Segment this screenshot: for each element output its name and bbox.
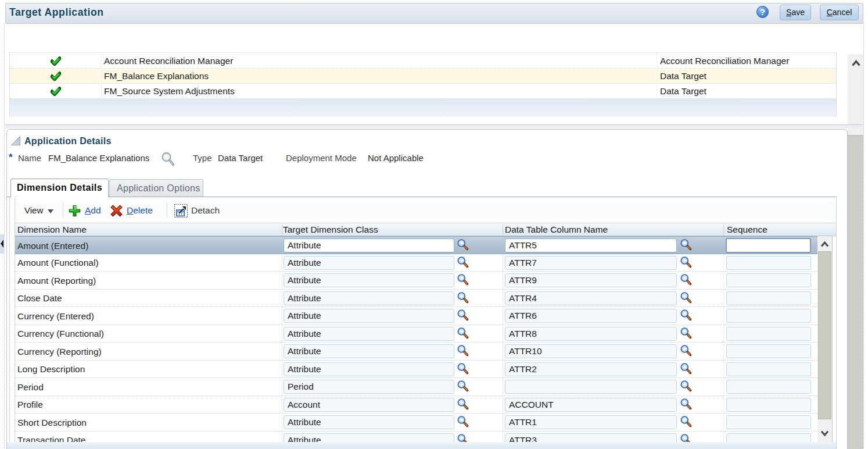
target-dimension-class-input[interactable]: Attribute xyxy=(284,309,454,323)
application-target: Data Target xyxy=(660,69,706,83)
status-check-icon xyxy=(51,87,61,96)
dimension-table-body: Amount (Entered) Attribute ATTR5 Amount … xyxy=(15,236,817,449)
sequence-input[interactable] xyxy=(726,256,811,270)
column-search-icon[interactable] xyxy=(680,238,694,252)
class-search-icon[interactable] xyxy=(457,362,471,376)
dimension-row[interactable]: Amount (Functional) Attribute ATTR7 xyxy=(15,254,817,272)
column-search-icon[interactable] xyxy=(680,398,694,412)
column-search-icon[interactable] xyxy=(680,380,694,394)
sequence-input[interactable] xyxy=(726,380,811,394)
sequence-input[interactable] xyxy=(726,415,811,429)
class-search-icon[interactable] xyxy=(457,415,471,429)
summary-grid-row[interactable]: FM_Balance Explanations Data Target xyxy=(10,69,836,84)
dimension-row[interactable]: Close Date Attribute ATTR4 xyxy=(15,290,817,307)
column-search-icon[interactable] xyxy=(680,344,694,358)
column-search-icon[interactable] xyxy=(680,362,694,376)
summary-grid-row[interactable]: Account Reconciliation Manager Account R… xyxy=(10,54,836,69)
data-table-column-name-input[interactable]: ATTR4 xyxy=(505,291,677,305)
target-dimension-class-input[interactable]: Account xyxy=(284,398,454,412)
cancel-button[interactable]: Cancel xyxy=(820,5,859,20)
target-dimension-class-input[interactable]: Attribute xyxy=(284,327,454,341)
dimension-row[interactable]: Long Description Attribute ATTR2 xyxy=(15,361,817,378)
class-search-icon[interactable] xyxy=(457,291,471,305)
column-search-icon[interactable] xyxy=(680,415,694,429)
delete-icon[interactable] xyxy=(110,204,123,218)
page-scrollbar-thumb[interactable] xyxy=(848,135,863,449)
class-search-icon[interactable] xyxy=(457,327,471,341)
sequence-input[interactable] xyxy=(726,273,811,287)
column-search-icon[interactable] xyxy=(680,273,694,287)
target-dimension-class-input[interactable]: Attribute xyxy=(284,256,454,270)
delete-button[interactable]: Delete xyxy=(127,202,153,219)
target-dimension-class-input[interactable]: Attribute xyxy=(284,238,454,252)
data-table-column-name-input[interactable]: ATTR1 xyxy=(505,415,677,429)
data-table-column-name-input[interactable]: ATTR10 xyxy=(505,344,677,358)
help-button[interactable]: ? xyxy=(756,6,769,18)
dimension-row[interactable]: Amount (Entered) Attribute ATTR5 xyxy=(15,236,817,254)
add-icon[interactable] xyxy=(68,204,82,218)
class-search-icon[interactable] xyxy=(457,238,471,252)
application-name: FM_Source System Adjustments xyxy=(104,84,235,98)
table-scrollbar-thumb[interactable] xyxy=(818,251,831,419)
sequence-input[interactable] xyxy=(726,362,811,376)
data-table-column-name-input[interactable] xyxy=(505,380,677,394)
view-menu-button[interactable]: View xyxy=(24,202,43,219)
target-dimension-class-input[interactable]: Attribute xyxy=(284,344,454,358)
table-scrollbar[interactable] xyxy=(817,236,832,449)
class-search-icon[interactable] xyxy=(457,344,471,358)
data-table-column-name-input[interactable]: ATTR7 xyxy=(505,256,677,270)
sequence-input[interactable] xyxy=(726,398,811,412)
column-separator xyxy=(282,224,282,236)
detach-button[interactable]: Detach xyxy=(191,202,220,219)
target-dimension-class-input[interactable]: Attribute xyxy=(284,362,454,376)
page-scrollbar[interactable] xyxy=(848,54,863,449)
tab-dimension-details[interactable]: Dimension Details xyxy=(10,179,109,197)
add-button[interactable]: Add xyxy=(85,202,101,219)
sequence-input[interactable] xyxy=(726,309,811,323)
class-search-icon[interactable] xyxy=(457,273,471,287)
sequence-input[interactable] xyxy=(726,291,811,305)
data-table-column-name-input[interactable]: ATTR9 xyxy=(505,273,677,287)
dimension-row[interactable]: Currency (Reporting) Attribute ATTR10 xyxy=(15,343,817,361)
class-search-icon[interactable] xyxy=(457,398,471,412)
column-header-target-dimension-class[interactable]: Target Dimension Class xyxy=(283,223,378,236)
class-search-icon[interactable] xyxy=(457,380,471,394)
data-table-column-name-input[interactable]: ACCOUNT xyxy=(505,398,677,412)
data-table-column-name-input[interactable]: ATTR8 xyxy=(505,327,677,341)
save-button[interactable]: Save xyxy=(780,5,811,20)
column-header-data-table-column-name[interactable]: Data Table Column Name xyxy=(505,223,608,236)
column-search-icon[interactable] xyxy=(680,327,694,341)
column-search-icon[interactable] xyxy=(680,291,694,305)
column-search-icon[interactable] xyxy=(680,309,694,323)
column-header-sequence[interactable]: Sequence xyxy=(727,223,767,236)
column-search-icon[interactable] xyxy=(680,256,694,270)
splitter-collapse-arrow[interactable] xyxy=(1,240,3,248)
deployment-mode-value: Not Applicable xyxy=(368,153,424,163)
dimension-name-cell: Amount (Entered) xyxy=(17,237,88,255)
name-value: FM_Balance Explanations xyxy=(48,153,149,163)
dimension-row[interactable]: Currency (Entered) Attribute ATTR6 xyxy=(15,307,817,325)
section-disclosure-icon[interactable] xyxy=(11,136,20,145)
target-dimension-class-input[interactable]: Period xyxy=(284,380,454,394)
target-dimension-class-input[interactable]: Attribute xyxy=(284,273,454,287)
dimension-row[interactable]: Amount (Reporting) Attribute ATTR9 xyxy=(15,272,817,290)
sequence-input[interactable] xyxy=(726,344,811,358)
dimension-row[interactable]: Short Description Attribute ATTR1 xyxy=(15,414,817,432)
tab-application-options[interactable]: Application Options xyxy=(109,179,203,197)
class-search-icon[interactable] xyxy=(457,309,471,323)
data-table-column-name-input[interactable]: ATTR6 xyxy=(505,309,677,323)
dimension-row[interactable]: Currency (Functional) Attribute ATTR8 xyxy=(15,325,817,343)
target-dimension-class-input[interactable]: Attribute xyxy=(284,415,454,429)
target-dimension-class-input[interactable]: Attribute xyxy=(284,291,454,305)
column-header-dimension-name[interactable]: Dimension Name xyxy=(17,223,87,236)
name-search-icon[interactable] xyxy=(160,151,176,168)
data-table-column-name-input[interactable]: ATTR5 xyxy=(505,238,677,252)
summary-grid-row[interactable]: FM_Source System Adjustments Data Target xyxy=(10,84,836,99)
sequence-input[interactable] xyxy=(726,238,811,253)
sequence-input[interactable] xyxy=(726,327,811,341)
class-search-icon[interactable] xyxy=(457,256,471,270)
dimension-row[interactable]: Period Period xyxy=(15,378,817,396)
detach-icon[interactable] xyxy=(174,204,188,218)
dimension-row[interactable]: Profile Account ACCOUNT xyxy=(15,396,817,414)
data-table-column-name-input[interactable]: ATTR2 xyxy=(505,362,677,376)
